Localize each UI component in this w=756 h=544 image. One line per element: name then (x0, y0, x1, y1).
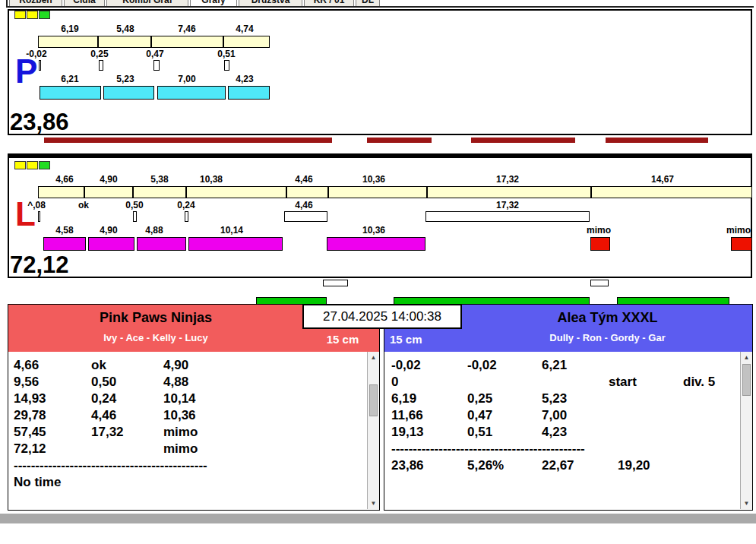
time-cell: 0,47 (467, 408, 492, 423)
scroll-thumb[interactable] (742, 364, 751, 396)
time-cell: 17,32 (91, 425, 124, 440)
right-team-jump-height: 15 cm (390, 333, 451, 346)
time-cell: 4,90 (163, 358, 188, 373)
time-cell: 0,51 (467, 425, 492, 440)
time-cell: 6,21 (542, 358, 567, 373)
lane-p-progress-bar (606, 138, 708, 143)
time-cell: 19,13 (391, 425, 424, 440)
time-cell: div. 5 (683, 375, 715, 390)
tab-bar: RozběhČidlaKombi GrafGrafyDružstvaKR / 0… (6, 0, 754, 8)
time-cell: ok (91, 358, 106, 373)
time-cell: 7,00 (542, 408, 567, 423)
marker-box (323, 280, 348, 286)
lane-p-progress-bar (44, 138, 332, 143)
right-list-scrollbar[interactable]: ▲▼ (740, 352, 752, 509)
datetime-display: 27.04.2025 14:00:38 (302, 304, 462, 329)
time-cell: 5,23 (542, 391, 567, 406)
time-cell: 9,56 (14, 375, 39, 390)
tab-grafy[interactable]: Grafy (190, 0, 237, 8)
lane-p-progress-bar (367, 138, 432, 143)
scroll-down-arrow-icon[interactable]: ▼ (741, 498, 752, 509)
time-cell: 10,36 (163, 408, 196, 423)
time-cell: mimo (163, 425, 198, 440)
scroll-up-arrow-icon[interactable]: ▲ (741, 352, 752, 363)
summary-cell: 23,86 (391, 458, 424, 473)
time-cell: 0,50 (91, 375, 116, 390)
tab--idla[interactable]: Čidla (64, 0, 105, 8)
left-team-members: Ivy - Ace - Kelly - Lucy (8, 332, 303, 343)
scroll-up-arrow-icon[interactable]: ▲ (368, 352, 379, 363)
lane-l-letter: L (15, 199, 36, 229)
status-bar (0, 514, 756, 523)
time-cell: 6,19 (391, 391, 416, 406)
time-cell: 4,46 (91, 408, 116, 423)
summary-cell: 5,26% (467, 458, 504, 473)
flyball-timing-window: RozběhČidlaKombi GrafGrafyDružstvaKR / 0… (0, 0, 756, 544)
lane-p-total-time: 23,86 (10, 109, 69, 136)
time-cell: 10,14 (163, 391, 196, 406)
time-cell: -0,02 (467, 358, 497, 373)
lane-p-letter: P (15, 56, 37, 87)
right-team-panel: -0,02-0,026,210startdiv. 56,190,255,2311… (384, 304, 753, 511)
time-cell: 4,88 (163, 375, 188, 390)
summary-cell: 22,67 (542, 458, 574, 473)
lane-p-progress-bar (471, 138, 575, 143)
left-team-name: Pink Paws Ninjas (8, 310, 303, 326)
tab-kr-01[interactable]: KR / 01 (304, 0, 354, 8)
time-cell: 29,78 (14, 408, 46, 423)
left-team-jump-height: 15 cm (312, 333, 373, 346)
time-cell: start (609, 375, 637, 390)
time-cell: 0,25 (467, 391, 492, 406)
lane-l-total-time: 72,12 (10, 251, 69, 279)
scroll-thumb[interactable] (369, 384, 378, 416)
time-cell: 4,23 (542, 425, 567, 440)
left-team-panel: 4,66ok4,909,560,504,8814,930,2410,1429,7… (8, 304, 380, 511)
marker-box (590, 280, 609, 286)
time-cell: 4,66 (14, 358, 39, 373)
time-cell: mimo (163, 441, 198, 457)
divider-line: ----------------------------------------… (14, 458, 207, 473)
divider-line: ----------------------------------------… (391, 441, 585, 457)
time-cell: 72,12 (14, 441, 46, 457)
time-cell: 57,45 (14, 425, 46, 440)
tab-dl[interactable]: DL (356, 0, 380, 8)
scroll-down-arrow-icon[interactable]: ▼ (368, 498, 379, 509)
time-cell: 14,93 (14, 391, 46, 406)
right-team-members: Dully - Ron - Gordy - Gar (463, 332, 752, 343)
right-team-name: Alea Tým XXXL (463, 310, 752, 326)
tab-rozb-h[interactable]: Rozběh (9, 0, 62, 8)
summary-cell: No time (14, 475, 61, 490)
time-cell: -0,02 (391, 358, 421, 373)
time-cell: 0,24 (91, 391, 116, 406)
lane-l-panel (8, 153, 752, 278)
time-cell: 11,66 (391, 408, 423, 423)
tab-dru-stva[interactable]: Družstva (239, 0, 302, 8)
time-cell: 0 (391, 375, 398, 390)
left-list-scrollbar[interactable]: ▲▼ (367, 352, 379, 509)
summary-cell: 19,20 (618, 458, 650, 473)
tab-kombi-graf[interactable]: Kombi Graf (106, 0, 188, 8)
lane-p-panel (8, 9, 752, 135)
